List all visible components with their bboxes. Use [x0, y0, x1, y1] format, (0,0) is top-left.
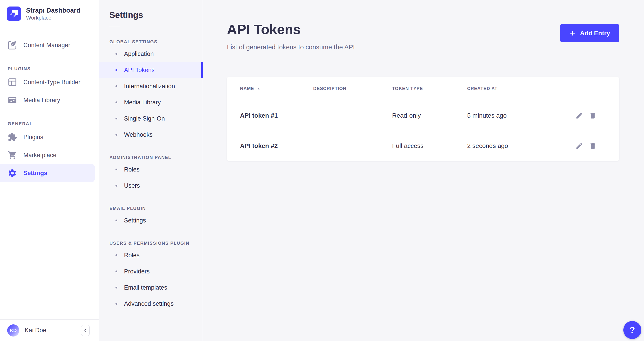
- subnav-section-administration-panel: ADMINISTRATION PANEL: [110, 155, 203, 160]
- delete-token-button[interactable]: [589, 142, 596, 150]
- page-title: API Tokens: [227, 21, 355, 37]
- bullet-icon: [116, 169, 117, 170]
- bullet-icon: [116, 287, 117, 289]
- page-header: API Tokens List of generated tokens to c…: [227, 21, 619, 51]
- subnav-title: Settings: [99, 10, 203, 20]
- bullet-icon: [116, 101, 117, 103]
- column-header-description[interactable]: DESCRIPTION: [313, 86, 392, 91]
- subnav-item-up-roles[interactable]: Roles: [99, 247, 203, 263]
- plus-icon: [569, 30, 576, 36]
- pencil-icon: [576, 142, 583, 150]
- column-header-token-type[interactable]: TOKEN TYPE: [392, 86, 467, 91]
- column-header-name[interactable]: NAME: [240, 86, 313, 91]
- subnav-item-label: Providers: [124, 268, 150, 275]
- sidebar-item-plugins[interactable]: Plugins: [0, 128, 99, 146]
- bullet-icon: [116, 134, 117, 136]
- subnav-item-email-templates[interactable]: Email templates: [99, 280, 203, 296]
- sidebar-item-label: Content-Type Builder: [23, 79, 80, 86]
- media-library-icon: [8, 95, 17, 105]
- subnav-item-label: Internationalization: [124, 83, 175, 90]
- delete-token-button[interactable]: [589, 112, 596, 119]
- subnav-item-label: Advanced settings: [124, 300, 174, 307]
- sidebar-footer: KD Kai Doe: [0, 320, 99, 341]
- subnav-item-media-library[interactable]: Media Library: [99, 94, 203, 110]
- sidebar-section-plugins: PLUGINS: [8, 66, 99, 71]
- settings-subnav: Settings GLOBAL SETTINGS Application API…: [99, 0, 203, 341]
- token-type: Read-only: [392, 112, 467, 119]
- subnav-item-label: Email templates: [124, 284, 167, 291]
- question-mark-icon: ?: [630, 325, 635, 335]
- subnav-item-providers[interactable]: Providers: [99, 263, 203, 280]
- sidebar-item-label: Marketplace: [23, 152, 56, 159]
- token-name: API token #2: [240, 142, 313, 149]
- sort-asc-icon[interactable]: [257, 87, 260, 90]
- subnav-item-admin-roles[interactable]: Roles: [99, 161, 203, 178]
- workspace-brand[interactable]: Strapi Dashboard Workplace: [0, 0, 99, 27]
- subnav-section-email-plugin: EMAIL PLUGIN: [110, 206, 203, 211]
- subnav-item-email-settings[interactable]: Settings: [99, 212, 203, 229]
- subnav-section-users-permissions-plugin: USERS & PERMISSIONS PLUGIN: [110, 241, 203, 246]
- sidebar-nav: Content Manager PLUGINS Content-Type Bui…: [0, 27, 99, 320]
- help-button[interactable]: ?: [623, 321, 641, 339]
- subnav-item-label: Roles: [124, 252, 140, 259]
- sidebar-item-content-manager[interactable]: Content Manager: [0, 36, 99, 54]
- collapse-sidebar-button[interactable]: [81, 325, 90, 336]
- bullet-icon: [116, 220, 117, 221]
- trash-icon: [589, 112, 596, 119]
- bullet-icon: [116, 118, 117, 119]
- subnav-item-label: Application: [124, 50, 154, 57]
- marketplace-cart-icon: [8, 150, 17, 160]
- edit-token-button[interactable]: [576, 112, 583, 119]
- main-content: API Tokens List of generated tokens to c…: [203, 0, 644, 341]
- token-created-at: 5 minutes ago: [467, 112, 576, 119]
- api-tokens-table: NAME DESCRIPTION TOKEN TYPE CREATED AT A: [227, 77, 619, 161]
- column-header-created-at[interactable]: CREATED AT: [467, 86, 596, 91]
- subnav-item-advanced-settings[interactable]: Advanced settings: [99, 296, 203, 312]
- user-avatar[interactable]: KD: [7, 325, 19, 337]
- subnav-item-label: Media Library: [124, 99, 161, 106]
- sidebar-item-content-type-builder[interactable]: Content-Type Builder: [0, 73, 99, 91]
- sidebar-item-media-library[interactable]: Media Library: [0, 91, 99, 109]
- chevron-left-icon: [83, 328, 88, 333]
- subnav-item-internationalization[interactable]: Internationalization: [99, 78, 203, 94]
- workspace-name: Workplace: [26, 14, 80, 21]
- subnav-item-label: Single Sign-On: [124, 115, 165, 122]
- bullet-icon: [116, 85, 117, 87]
- plugins-puzzle-icon: [8, 132, 17, 142]
- table-row[interactable]: API token #2 Full access 2 seconds ago: [227, 131, 619, 161]
- sidebar-section-general: GENERAL: [8, 121, 99, 126]
- token-created-at: 2 seconds ago: [467, 142, 576, 149]
- subnav-item-application[interactable]: Application: [99, 46, 203, 62]
- bullet-icon: [116, 69, 117, 71]
- subnav-item-api-tokens[interactable]: API Tokens: [99, 62, 203, 78]
- subnav-item-label: Webhooks: [124, 131, 152, 138]
- content-type-builder-icon: [8, 77, 17, 87]
- token-type: Full access: [392, 142, 467, 149]
- table-row[interactable]: API token #1 Read-only 5 minutes ago: [227, 100, 619, 131]
- sidebar-item-settings[interactable]: Settings: [0, 164, 94, 182]
- sidebar-item-label: Media Library: [23, 97, 60, 104]
- subnav-item-label: API Tokens: [124, 67, 154, 74]
- subnav-item-single-sign-on[interactable]: Single Sign-On: [99, 110, 203, 127]
- subnav-divider: [110, 27, 120, 27]
- sidebar-item-label: Plugins: [23, 134, 43, 141]
- subnav-item-webhooks[interactable]: Webhooks: [99, 127, 203, 143]
- bullet-icon: [116, 185, 117, 187]
- token-name: API token #1: [240, 112, 313, 119]
- app-title: Strapi Dashboard: [26, 6, 80, 14]
- subnav-section-global-settings: GLOBAL SETTINGS: [110, 39, 203, 44]
- table-header-row: NAME DESCRIPTION TOKEN TYPE CREATED AT: [227, 77, 619, 100]
- add-entry-button[interactable]: Add Entry: [560, 24, 619, 42]
- page-subtitle: List of generated tokens to consume the …: [227, 43, 355, 51]
- sidebar-item-marketplace[interactable]: Marketplace: [0, 146, 99, 164]
- subnav-item-label: Roles: [124, 166, 140, 173]
- add-entry-label: Add Entry: [580, 30, 610, 37]
- bullet-icon: [116, 53, 117, 55]
- bullet-icon: [116, 271, 117, 272]
- subnav-item-admin-users[interactable]: Users: [99, 178, 203, 194]
- sidebar-item-label: Settings: [23, 170, 48, 177]
- edit-token-button[interactable]: [576, 142, 583, 150]
- settings-gear-icon: [8, 168, 17, 178]
- main-sidebar: Strapi Dashboard Workplace Content Manag…: [0, 0, 99, 341]
- bullet-icon: [116, 303, 117, 305]
